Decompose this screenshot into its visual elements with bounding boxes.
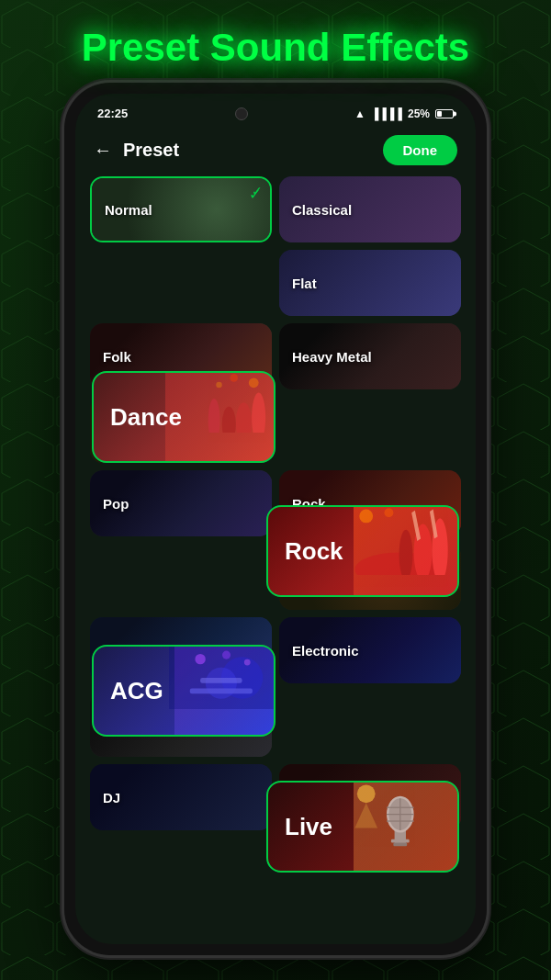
battery-icon bbox=[435, 109, 454, 118]
status-time: 22:25 bbox=[97, 107, 128, 120]
preset-item-pop[interactable]: Pop bbox=[90, 470, 272, 536]
preset-item-heavy-metal[interactable]: Heavy Metal bbox=[279, 323, 461, 389]
svg-point-6 bbox=[216, 382, 221, 388]
preset-label-electronic: Electronic bbox=[279, 643, 372, 659]
camera-notch bbox=[235, 107, 248, 120]
svg-rect-23 bbox=[394, 843, 408, 847]
status-icons: ▲ ▐▐▐▐ 25% bbox=[354, 107, 454, 120]
preset-spacer-live bbox=[279, 691, 461, 757]
svg-point-30 bbox=[357, 784, 376, 803]
phone-screen: 22:25 ▲ ▐▐▐▐ 25% ← Preset Done bbox=[75, 94, 476, 944]
svg-point-5 bbox=[231, 374, 239, 382]
preset-item-acg-featured[interactable]: ACG bbox=[92, 645, 276, 737]
preset-label-flat: Flat bbox=[279, 276, 330, 291]
selected-check: ✓ bbox=[252, 184, 263, 198]
done-button[interactable]: Done bbox=[383, 135, 458, 165]
svg-point-20 bbox=[244, 659, 251, 666]
svg-point-11 bbox=[360, 509, 374, 523]
phone-frame: 22:25 ▲ ▐▐▐▐ 25% ← Preset Done bbox=[64, 83, 487, 955]
preset-label-pop: Pop bbox=[90, 496, 141, 512]
svg-point-0 bbox=[236, 402, 252, 432]
page-title: Preset Sound Effects bbox=[0, 26, 551, 70]
preset-label-dj: DJ bbox=[90, 790, 133, 805]
preset-item-flat[interactable]: Flat bbox=[279, 250, 461, 316]
preset-label-heavy-metal: Heavy Metal bbox=[279, 349, 385, 365]
preset-spacer-rock bbox=[279, 397, 461, 463]
svg-rect-17 bbox=[200, 678, 242, 683]
preset-item-live-featured[interactable]: Live bbox=[266, 781, 459, 873]
svg-point-2 bbox=[222, 407, 236, 433]
battery-percent: 25% bbox=[408, 107, 430, 120]
preset-item-classical[interactable]: Classical bbox=[279, 176, 461, 242]
svg-point-4 bbox=[249, 377, 259, 388]
preset-item-normal[interactable]: Normal ✓ bbox=[90, 176, 272, 242]
preset-item-electronic[interactable]: Electronic bbox=[279, 617, 461, 683]
preset-label-classical: Classical bbox=[279, 202, 365, 218]
svg-point-10 bbox=[399, 530, 413, 575]
screen-title: Preset bbox=[123, 140, 179, 161]
preset-spacer-acg bbox=[90, 544, 272, 610]
preset-label-dance-featured: Dance bbox=[94, 403, 198, 432]
preset-item-dance-featured[interactable]: Dance bbox=[92, 371, 276, 463]
preset-spacer-dance bbox=[90, 250, 272, 316]
svg-point-19 bbox=[222, 651, 231, 659]
signal-icon: ▐▐▐▐ bbox=[371, 107, 402, 120]
svg-point-3 bbox=[208, 399, 220, 433]
status-bar: 22:25 ▲ ▐▐▐▐ 25% bbox=[75, 94, 476, 128]
header-left: ← Preset bbox=[94, 140, 179, 161]
preset-label-acg-featured: ACG bbox=[94, 677, 180, 705]
wifi-icon: ▲ bbox=[354, 107, 365, 120]
app-header: ← Preset Done bbox=[75, 128, 476, 176]
preset-label-normal: Normal bbox=[92, 202, 165, 218]
svg-point-1 bbox=[252, 393, 265, 433]
svg-rect-16 bbox=[190, 688, 253, 693]
preset-item-rock-featured[interactable]: Rock bbox=[266, 505, 459, 597]
preset-label-rock-featured: Rock bbox=[268, 537, 360, 566]
svg-point-18 bbox=[196, 654, 206, 664]
svg-point-12 bbox=[385, 508, 394, 517]
preset-label-live-featured: Live bbox=[268, 813, 349, 841]
preset-label-folk: Folk bbox=[90, 349, 144, 365]
svg-rect-22 bbox=[391, 839, 410, 843]
back-button[interactable]: ← bbox=[94, 140, 112, 161]
preset-item-dj[interactable]: DJ bbox=[90, 764, 272, 830]
